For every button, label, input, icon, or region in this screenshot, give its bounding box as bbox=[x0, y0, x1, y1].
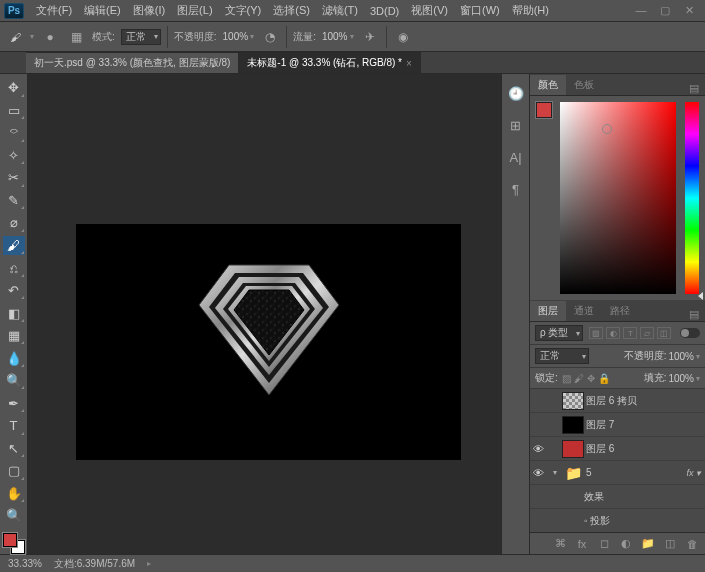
tab-layers[interactable]: 图层 bbox=[530, 301, 566, 321]
layer-name[interactable]: 效果 bbox=[584, 490, 703, 504]
document-canvas[interactable] bbox=[76, 224, 461, 460]
marquee-tool[interactable]: ▭ bbox=[3, 101, 25, 121]
zoom-tool[interactable]: 🔍 bbox=[3, 506, 25, 526]
layer-list[interactable]: 👁图层 6 拷贝👁图层 7👁图层 6👁▾📁5fx ▾👁效果👁◦ 投影👁▸金属材质… bbox=[530, 389, 705, 532]
panel-menu-icon[interactable]: ▤ bbox=[683, 308, 705, 321]
hand-tool[interactable]: ✋ bbox=[3, 484, 25, 504]
layer-name[interactable]: 图层 7 bbox=[586, 418, 703, 432]
layer-thumbnail[interactable] bbox=[562, 416, 584, 434]
tab-color[interactable]: 颜色 bbox=[530, 75, 566, 95]
filter-adjust-icon[interactable]: ◐ bbox=[606, 327, 620, 339]
current-color-swatch[interactable] bbox=[536, 102, 552, 118]
link-layers-icon[interactable]: ⌘ bbox=[553, 537, 567, 550]
tab-paths[interactable]: 路径 bbox=[602, 301, 638, 321]
pen-tool[interactable]: ✒ bbox=[3, 393, 25, 413]
menu-edit[interactable]: 编辑(E) bbox=[78, 0, 127, 22]
menu-3d[interactable]: 3D(D) bbox=[364, 0, 405, 22]
filter-smart-icon[interactable]: ◫ bbox=[657, 327, 671, 339]
menu-file[interactable]: 文件(F) bbox=[30, 0, 78, 22]
filter-kind-dropdown[interactable]: ρ 类型 bbox=[535, 325, 583, 341]
layer-name[interactable]: 图层 6 拷贝 bbox=[586, 394, 703, 408]
brush-tool-icon[interactable]: 🖌 bbox=[6, 28, 24, 46]
hue-slider[interactable] bbox=[685, 102, 699, 294]
layer-row[interactable]: 👁图层 6 bbox=[530, 437, 705, 461]
brush-tool[interactable]: 🖌 bbox=[3, 236, 25, 256]
filter-type-icon[interactable]: T bbox=[623, 327, 637, 339]
close-icon[interactable]: ✕ bbox=[683, 4, 695, 17]
visibility-toggle[interactable]: 👁 bbox=[530, 395, 546, 407]
color-swatches[interactable] bbox=[3, 533, 25, 554]
layer-effect-row[interactable]: 👁◦ 投影 bbox=[530, 509, 705, 532]
flow-value[interactable]: 100% bbox=[322, 31, 348, 42]
move-tool[interactable]: ✥ bbox=[3, 78, 25, 98]
expand-toggle-icon[interactable]: ▾ bbox=[550, 468, 560, 477]
status-menu-icon[interactable]: ▸ bbox=[147, 559, 151, 568]
visibility-toggle[interactable]: 👁 bbox=[530, 467, 546, 479]
tab-swatches[interactable]: 色板 bbox=[566, 75, 602, 95]
crop-tool[interactable]: ✂ bbox=[3, 168, 25, 188]
document-tab[interactable]: 初一天.psd @ 33.3% (颜色查找, 图层蒙版/8) bbox=[26, 52, 239, 73]
eyedropper-tool[interactable]: ✎ bbox=[3, 191, 25, 211]
menu-help[interactable]: 帮助(H) bbox=[506, 0, 555, 22]
blend-mode-dropdown[interactable]: 正常 bbox=[121, 29, 161, 45]
type-tool[interactable]: T bbox=[3, 416, 25, 436]
gradient-tool[interactable]: ▦ bbox=[3, 326, 25, 346]
layer-name[interactable]: 图层 6 bbox=[586, 442, 703, 456]
document-tab-active[interactable]: 未标题-1 @ 33.3% (钻石, RGB/8) * × bbox=[239, 52, 420, 73]
layer-row[interactable]: 👁图层 7 bbox=[530, 413, 705, 437]
properties-panel-icon[interactable]: ⊞ bbox=[507, 116, 525, 134]
visibility-toggle[interactable]: 👁 bbox=[530, 515, 546, 527]
group-icon[interactable]: 📁 bbox=[641, 537, 655, 550]
shape-tool[interactable]: ▢ bbox=[3, 461, 25, 481]
color-field[interactable] bbox=[560, 102, 676, 294]
foreground-color[interactable] bbox=[3, 533, 17, 547]
pressure-opacity-icon[interactable]: ◔ bbox=[260, 28, 280, 46]
layer-opacity-value[interactable]: 100% bbox=[668, 351, 694, 362]
healing-brush-tool[interactable]: ⌀ bbox=[3, 213, 25, 233]
brush-preset-icon[interactable]: ● bbox=[40, 28, 60, 46]
dodge-tool[interactable]: 🔍 bbox=[3, 371, 25, 391]
layer-name[interactable]: 5 bbox=[586, 467, 684, 478]
layer-row[interactable]: 👁▾📁5fx ▾ bbox=[530, 461, 705, 485]
visibility-toggle[interactable]: 👁 bbox=[530, 419, 546, 431]
brush-panel-icon[interactable]: ▦ bbox=[66, 28, 86, 46]
zoom-level[interactable]: 33.33% bbox=[8, 558, 42, 569]
layer-thumbnail[interactable] bbox=[562, 440, 584, 458]
fill-value[interactable]: 100% bbox=[668, 373, 694, 384]
lasso-tool[interactable]: ⌔ bbox=[3, 123, 25, 143]
panel-menu-icon[interactable]: ▤ bbox=[683, 82, 705, 95]
history-panel-icon[interactable]: 🕘 bbox=[507, 84, 525, 102]
filter-pixel-icon[interactable]: ▨ bbox=[589, 327, 603, 339]
menu-filter[interactable]: 滤镜(T) bbox=[316, 0, 364, 22]
layer-mask-icon[interactable]: ◻ bbox=[597, 537, 611, 550]
lock-transparency-icon[interactable]: ▨ bbox=[562, 373, 571, 384]
layer-thumbnail[interactable]: 📁 bbox=[562, 464, 584, 482]
blur-tool[interactable]: 💧 bbox=[3, 348, 25, 368]
new-layer-icon[interactable]: ◫ bbox=[663, 537, 677, 550]
clone-stamp-tool[interactable]: ⎌ bbox=[3, 258, 25, 278]
visibility-toggle[interactable]: 👁 bbox=[530, 443, 546, 455]
history-brush-tool[interactable]: ↶ bbox=[3, 281, 25, 301]
layer-fx-icon[interactable]: fx ▾ bbox=[686, 468, 703, 478]
layer-thumbnail[interactable] bbox=[562, 392, 584, 410]
menu-image[interactable]: 图像(I) bbox=[127, 0, 171, 22]
eraser-tool[interactable]: ◧ bbox=[3, 303, 25, 323]
tab-channels[interactable]: 通道 bbox=[566, 301, 602, 321]
menu-window[interactable]: 窗口(W) bbox=[454, 0, 506, 22]
layer-row[interactable]: 👁图层 6 拷贝 bbox=[530, 389, 705, 413]
menu-layer[interactable]: 图层(L) bbox=[171, 0, 218, 22]
blend-mode-dropdown[interactable]: 正常 bbox=[535, 348, 589, 364]
canvas-area[interactable] bbox=[28, 74, 501, 554]
tab-close-icon[interactable]: × bbox=[406, 58, 412, 69]
maximize-icon[interactable]: ▢ bbox=[659, 4, 671, 17]
menu-select[interactable]: 选择(S) bbox=[267, 0, 316, 22]
layer-style-icon[interactable]: fx bbox=[575, 538, 589, 550]
magic-wand-tool[interactable]: ✧ bbox=[3, 146, 25, 166]
minimize-icon[interactable]: — bbox=[635, 4, 647, 17]
visibility-toggle[interactable]: 👁 bbox=[530, 491, 546, 503]
lock-all-icon[interactable]: 🔒 bbox=[598, 373, 610, 384]
doc-size[interactable]: 文档:6.39M/57.6M bbox=[54, 557, 135, 571]
airbrush-icon[interactable]: ✈ bbox=[360, 28, 380, 46]
pressure-size-icon[interactable]: ◉ bbox=[393, 28, 413, 46]
lock-position-icon[interactable]: ✥ bbox=[587, 373, 595, 384]
